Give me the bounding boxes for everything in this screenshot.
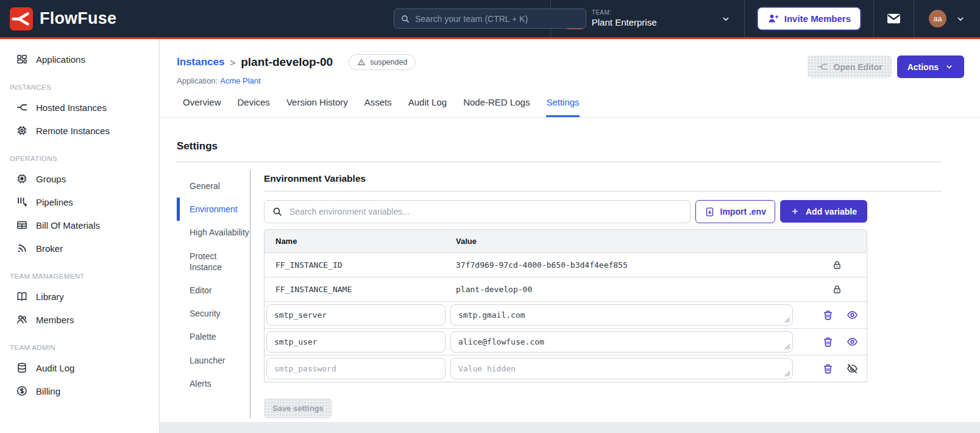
- sidebar-item-groups[interactable]: Groups: [0, 167, 159, 190]
- tab-devices[interactable]: Devices: [238, 97, 270, 117]
- table-row: [265, 355, 867, 382]
- remote-instances-icon: [16, 124, 28, 137]
- env-var-value-input[interactable]: [450, 358, 793, 379]
- user-menu[interactable]: aa: [914, 0, 980, 37]
- add-variable-label: Add variable: [806, 207, 857, 216]
- audit-log-icon: [16, 362, 28, 374]
- library-icon: [16, 290, 28, 302]
- settings-nav-protect-instance[interactable]: Protect Instance: [177, 245, 250, 279]
- sidebar-item-members[interactable]: Members: [0, 308, 159, 331]
- breadcrumb: Instances > plant-develop-00 suspended: [177, 54, 416, 70]
- actions-button[interactable]: Actions: [897, 55, 964, 78]
- brand[interactable]: FlowFuse: [0, 7, 116, 30]
- column-header-name: Name: [265, 237, 447, 246]
- import-env-label: Import .env: [720, 207, 766, 216]
- navbar-right: TEAM: Plant Enterprise Invite Members aa: [550, 0, 980, 37]
- settings-nav-general[interactable]: General: [177, 174, 250, 198]
- lock-icon: [832, 260, 842, 270]
- resize-handle[interactable]: [784, 317, 790, 323]
- tab-assets[interactable]: Assets: [364, 97, 392, 117]
- main-area: Instances > plant-develop-00 suspended A…: [160, 39, 980, 433]
- header-actions: Open Editor Actions: [808, 54, 964, 85]
- breadcrumb-instances-link[interactable]: Instances: [177, 56, 224, 68]
- sidebar-item-billing[interactable]: Billing: [0, 379, 159, 403]
- toggle-visibility-button[interactable]: [847, 336, 858, 348]
- application-link[interactable]: Acme Plant: [220, 76, 260, 85]
- settings-nav-palette[interactable]: Palette: [177, 325, 250, 348]
- resize-handle[interactable]: [784, 344, 790, 350]
- main-content: Instances > plant-develop-00 suspended A…: [160, 39, 980, 422]
- applications-icon: [16, 53, 28, 65]
- team-search: [394, 9, 586, 29]
- search-icon: [272, 206, 283, 217]
- tab-version-history[interactable]: Version History: [286, 97, 348, 117]
- plus-icon: [790, 207, 800, 216]
- sidebar-item-label: Audit Log: [36, 363, 74, 373]
- delete-variable-button[interactable]: [822, 309, 834, 321]
- sidebar-item-audit-log[interactable]: Audit Log: [0, 356, 159, 379]
- env-var-value-input[interactable]: smtp.gmail.com: [450, 304, 793, 326]
- team-search-input[interactable]: [415, 14, 580, 24]
- instance-tabs: Overview Devices Version History Assets …: [160, 97, 980, 118]
- settings-nav-editor[interactable]: Editor: [177, 279, 250, 302]
- add-variable-button[interactable]: Add variable: [780, 200, 867, 223]
- status-badge: suspended: [349, 54, 416, 70]
- tab-overview[interactable]: Overview: [183, 97, 221, 117]
- invite-members-button[interactable]: Invite Members: [758, 7, 861, 30]
- env-var-name-input[interactable]: [266, 331, 446, 352]
- hosted-instances-icon: [16, 101, 28, 113]
- tab-audit-log[interactable]: Audit Log: [408, 97, 447, 117]
- sidebar-item-remote-instances[interactable]: Remote Instances: [0, 119, 159, 142]
- toggle-visibility-button[interactable]: [847, 363, 858, 374]
- table-row: smtp.gmail.com: [265, 301, 867, 328]
- settings-nav-launcher[interactable]: Launcher: [177, 349, 250, 372]
- settings-nav-high-availability[interactable]: High Availability: [177, 221, 250, 244]
- open-editor-button[interactable]: Open Editor: [808, 55, 892, 78]
- env-search-input[interactable]: [264, 200, 691, 223]
- save-settings-button[interactable]: Save settings: [264, 398, 332, 418]
- team-label: TEAM:: [592, 9, 657, 16]
- sidebar-item-label: Bill Of Materials: [36, 220, 100, 231]
- sidebar-item-broker[interactable]: Broker: [0, 237, 159, 260]
- sidebar-item-label: Hosted Instances: [36, 102, 107, 113]
- sidebar-item-label: Library: [36, 292, 64, 302]
- page-header: Instances > plant-develop-00 suspended A…: [160, 39, 980, 85]
- page-title: plant-develop-00: [241, 55, 333, 69]
- resize-handle[interactable]: [784, 371, 790, 377]
- toggle-visibility-button[interactable]: [847, 309, 858, 321]
- panel-title: Environment Variables: [264, 173, 942, 191]
- top-navbar: FlowFuse TEAM: Plant Enterprise Invite M…: [0, 0, 980, 39]
- sidebar-item-pipelines[interactable]: Pipelines: [0, 190, 159, 213]
- settings-nav-environment[interactable]: Environment: [177, 198, 250, 221]
- notifications-button[interactable]: [873, 0, 914, 37]
- settings-nav-alerts[interactable]: Alerts: [177, 372, 250, 395]
- tab-node-red-logs[interactable]: Node-RED Logs: [463, 97, 530, 117]
- env-var-value-input[interactable]: alice@flowfuse.com: [450, 331, 793, 352]
- chevron-down-icon: [721, 14, 731, 24]
- members-icon: [16, 313, 28, 326]
- delete-variable-button[interactable]: [822, 336, 834, 348]
- user-plus-icon: [767, 13, 779, 24]
- eye-icon: [847, 309, 858, 321]
- settings-nav-security[interactable]: Security: [177, 302, 250, 325]
- sidebar-item-library[interactable]: Library: [0, 285, 159, 308]
- brand-name: FlowFuse: [40, 9, 116, 28]
- actions-label: Actions: [907, 62, 939, 72]
- sidebar-item-label: Billing: [36, 386, 60, 396]
- flowfuse-logo-icon: [10, 7, 33, 30]
- sidebar-item-applications[interactable]: Applications: [0, 48, 159, 71]
- sidebar-item-label: Applications: [36, 54, 85, 65]
- tab-settings[interactable]: Settings: [546, 97, 579, 117]
- sidebar-section-header: OPERATIONS: [0, 142, 159, 167]
- env-toolbar: Import .env Add variable: [264, 200, 867, 223]
- sidebar-item-bill-of-materials[interactable]: Bill Of Materials: [0, 213, 159, 237]
- import-env-button[interactable]: Import .env: [695, 200, 775, 223]
- trash-icon: [822, 336, 834, 348]
- env-var-name-input[interactable]: [266, 358, 446, 379]
- sidebar-item-hosted-instances[interactable]: Hosted Instances: [0, 96, 159, 119]
- env-var-name-input[interactable]: [266, 304, 446, 326]
- application-label: Application:: [177, 76, 218, 85]
- sidebar-item-label: Remote Instances: [36, 126, 110, 136]
- environment-panel: Environment Variables Import .env A: [250, 170, 942, 418]
- delete-variable-button[interactable]: [822, 363, 834, 374]
